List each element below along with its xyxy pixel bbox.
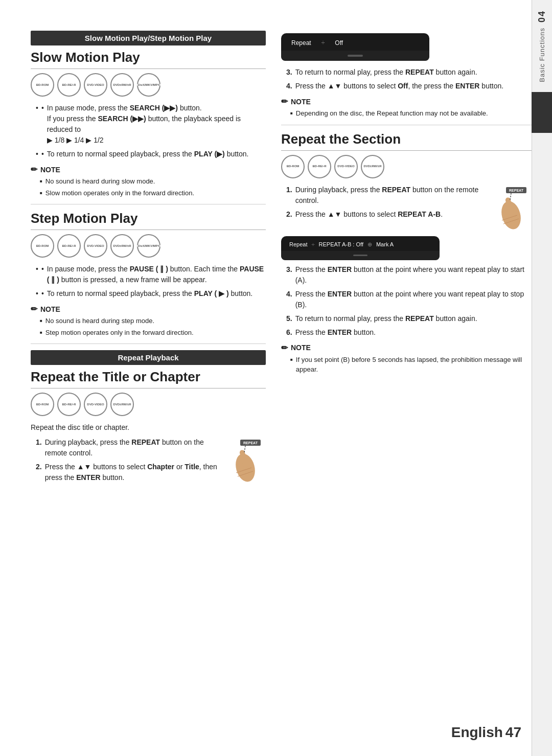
pencil-icon-4: ✏ [281,343,288,353]
disc-divx-1: DivX/MKV/MP4 [137,73,160,97]
osd-repeat-value: Off [335,39,343,47]
slow-motion-section: Slow Motion Play/Step Motion Play Slow M… [31,31,266,198]
step-note-header: ✏ NOTE [31,304,266,314]
svg-text:REPEAT: REPEAT [509,189,524,192]
pencil-icon-3: ✏ [281,97,288,106]
svg-line-13 [510,193,511,200]
hand-remote-svg-2: REPEAT [496,187,529,231]
repeat-note-items: If you set point (B) before 5 seconds ha… [290,355,532,375]
language-label: English [451,724,503,740]
step-bullet-2: • To return to normal speed playback, pr… [36,288,266,299]
side-accent [532,92,552,133]
repeat-playback-banner: Repeat Playback [31,350,266,365]
left-column: Slow Motion Play/Step Motion Play Slow M… [31,31,266,736]
disc-bd-re-r-2: BD-RE/-R [57,234,81,258]
hand-remote-svg-1: REPEAT [230,440,263,483]
repeat-section-step-5: 5. To return to normal play, press the R… [286,313,532,324]
disc-bd-rom-1: BD-ROM [31,73,54,97]
slow-note-items: No sound is heard during slow mode. Slow… [40,176,266,198]
repeat-title-chapter-title: Repeat the Title or Chapter [31,369,266,388]
slow-bullet-2: • To return to normal speed playback, pr… [36,149,266,159]
disc-dvd-rw-3: DVD±RW/±R [110,393,134,416]
osd-repeat-area: Repeat ÷ Off [281,33,532,61]
repeat-section-step-1: 1. During playback, press the REPEAT but… [286,185,491,206]
slow-note-1: No sound is heard during slow mode. [40,176,266,187]
step-note-2: Step motion operates only in the forward… [40,328,266,338]
repeat-title-chapter-section: Repeat the Title or Chapter BD-ROM BD-RE… [31,369,266,491]
slow-bullet-1: • In pause mode, press the SEARCH (▶▶) b… [36,103,266,146]
osd-repeat-label: Repeat [291,39,311,47]
repeat-steps: 1. During playback, press the REPEAT but… [36,437,225,486]
chapter-title: Basic Functions [538,28,546,82]
step-note-1: No sound is heard during step mode. [40,316,266,326]
step-motion-title: Step Motion Play [31,211,266,230]
step-note-items: No sound is heard during step mode. Step… [40,316,266,337]
disc-divx-2: DivX/MKV/MP4 [137,234,160,258]
disc-bd-rom-2: BD-ROM [31,234,54,258]
repeat-section-note: ✏ NOTE If you set point (B) before 5 sec… [281,343,532,375]
disc-dvd-rw-1: DVD±RW/±R [110,73,134,97]
osd-ab-value1: REPEAT A-B : Off [319,241,363,247]
disc-dvd-video-3: DVD-VIDEO [84,393,107,416]
disc-dvd-rw-2: DVD±RW/±R [110,234,134,258]
repeat-step-1: 1. During playback, press the REPEAT but… [36,437,225,459]
step-motion-section: Step Motion Play BD-ROM BD-RE/-R DVD-VID… [31,211,266,337]
disc-dvd-rw-4: DVD±RW/±R [361,155,384,178]
osd-ab-label: Repeat [289,241,307,247]
svg-text:REPEAT: REPEAT [243,441,258,445]
repeat-section-step-4: 4. Press the ENTER button at the point w… [286,289,532,310]
step-motion-note: ✏ NOTE No sound is heard during step mod… [31,304,266,337]
repeat-section-title: Repeat the Section [281,131,532,151]
repeat-section-step-6: 6. Press the ENTER button. [286,327,532,338]
slow-motion-bullets: • In pause mode, press the SEARCH (▶▶) b… [36,103,266,159]
slow-note-2: Slow motion operates only in the forward… [40,188,266,198]
slow-motion-note: ✏ NOTE No sound is heard during slow mod… [31,165,266,198]
step-motion-disc-icons: BD-ROM BD-RE/-R DVD-VIDEO DVD±RW/±R DivX… [31,234,266,258]
page-number: 47 [505,724,521,740]
repeat-step-2: 2. Press the ▲▼ buttons to select Chapte… [36,462,225,483]
page-footer: English 47 [451,724,521,741]
main-content: Slow Motion Play/Step Motion Play Slow M… [0,0,552,756]
disc-dvd-video-4: DVD-VIDEO [334,155,358,178]
disc-dvd-video-2: DVD-VIDEO [84,234,107,258]
right-note-header-1: ✏ NOTE [281,97,532,106]
disc-bd-re-r-1: BD-RE/-R [57,73,81,97]
repeat-section: Repeat the Section BD-ROM BD-RE/-R DVD-V… [281,131,532,375]
svg-line-6 [244,446,245,452]
repeat-disc-icons: BD-ROM BD-RE/-R DVD-VIDEO DVD±RW/±R [31,393,266,416]
right-step-3: 3. To return to normal play, press the R… [286,67,532,78]
repeat-section-step-3: 3. Press the ENTER button at the point w… [286,264,532,286]
slow-motion-banner: Slow Motion Play/Step Motion Play [31,31,266,45]
repeat-note-item-1: If you set point (B) before 5 seconds ha… [290,355,532,375]
repeat-section-steps-3-6: 3. Press the ENTER button at the point w… [286,264,532,338]
osd-display-1: Repeat ÷ Off [281,33,429,61]
disc-bd-re-r-4: BD-RE/-R [308,155,331,178]
disc-bd-rom-4: BD-ROM [281,155,305,178]
chapter-number: 04 [537,10,547,22]
disc-bd-rom-3: BD-ROM [31,393,54,416]
slow-motion-title: Slow Motion Play [31,50,266,69]
repeat-intro: Repeat the disc title or chapter. [31,422,266,433]
right-note-item-1: Depending on the disc, the Repeat functi… [290,108,532,119]
right-note-items-1: Depending on the disc, the Repeat functi… [290,108,532,119]
remote-hand-illustration-1: REPEAT [230,440,266,485]
slow-note-header: ✏ NOTE [31,165,266,174]
disc-dvd-video-1: DVD-VIDEO [84,73,107,97]
step-bullet-1: • In pause mode, press the PAUSE ( ‖ ) b… [36,264,266,285]
pencil-icon-1: ✏ [31,165,37,174]
side-tab: 04 Basic Functions [532,0,552,756]
repeat-section-step-2: 2. Press the ▲▼ buttons to select REPEAT… [286,209,491,220]
remote-hand-illustration-2: REPEAT [496,187,532,232]
right-step-4: 4. Press the ▲▼ buttons to select Off, t… [286,81,532,91]
right-column: Repeat ÷ Off 3. To return to normal play… [281,31,532,736]
slow-motion-disc-icons: BD-ROM BD-RE/-R DVD-VIDEO DVD±RW/±R DivX… [31,73,266,97]
osd-display-ab: Repeat ÷ REPEAT A-B : Off ⊕ Mark A [281,236,440,260]
osd-ab-mark-a: Mark A [376,241,394,247]
repeat-note-header: ✏ NOTE [281,343,532,353]
right-note-1: ✏ NOTE Depending on the disc, the Repeat… [281,97,532,119]
pencil-icon-2: ✏ [31,304,37,314]
right-steps-3-4: 3. To return to normal play, press the R… [286,67,532,91]
repeat-section-steps-1-2: 1. During playback, press the REPEAT but… [286,185,491,223]
page-container: Slow Motion Play/Step Motion Play Slow M… [0,0,552,756]
repeat-section-disc-icons: BD-ROM BD-RE/-R DVD-VIDEO DVD±RW/±R [281,155,532,178]
